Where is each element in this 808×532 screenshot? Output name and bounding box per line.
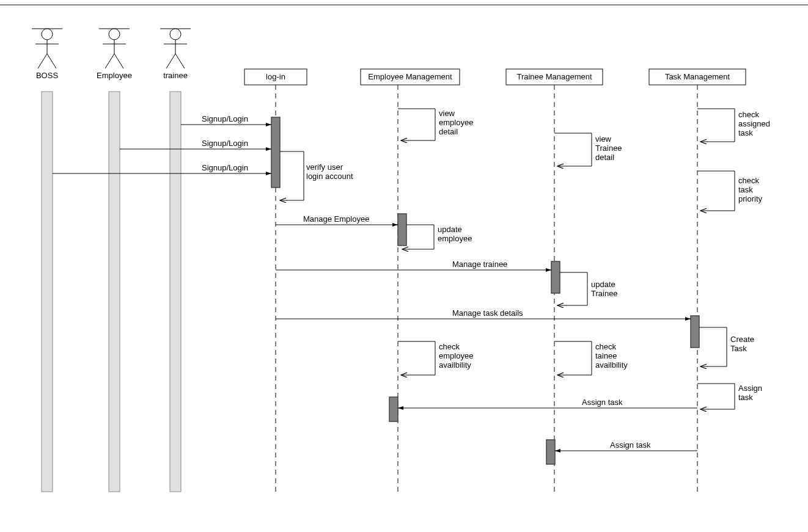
msg-manage-emp-label: Manage Employee — [303, 214, 369, 224]
svg-text:tainee: tainee — [595, 351, 617, 360]
svg-line-5 — [47, 54, 56, 68]
svg-text:assigned: assigned — [738, 119, 770, 128]
msg-signup-trainee-label: Signup/Login — [202, 114, 248, 123]
actor-boss-label: BOSS — [36, 71, 58, 80]
msg-signup-employee-label: Signup/Login — [202, 139, 248, 148]
selfmsg-check-priority — [697, 171, 735, 211]
svg-point-1 — [42, 29, 53, 40]
svg-line-4 — [38, 54, 47, 68]
svg-text:detail: detail — [439, 127, 458, 136]
svg-text:employee: employee — [439, 118, 473, 127]
selfmsg-update-trn — [557, 272, 587, 305]
msg-assign-trn-label: Assign task — [610, 440, 651, 450]
svg-text:task: task — [738, 128, 753, 137]
svg-text:task: task — [738, 393, 753, 402]
svg-point-13 — [170, 29, 181, 40]
svg-text:Create: Create — [730, 335, 754, 344]
activation-trn-mgmt — [551, 261, 560, 293]
lifeline-employee — [109, 92, 120, 492]
object-emp-mgmt-label: Employee Management — [368, 72, 452, 81]
object-trn-mgmt-label: Trainee Management — [516, 72, 592, 81]
msg-manage-trn-label: Manage trainee — [452, 260, 507, 269]
svg-text:detail: detail — [595, 153, 614, 162]
svg-text:Trainee: Trainee — [595, 144, 622, 153]
selfmsg-update-emp — [402, 225, 434, 249]
object-login-label: log-in — [266, 72, 285, 81]
svg-text:task: task — [738, 185, 753, 194]
svg-text:Task: Task — [730, 344, 747, 353]
selfmsg-verify — [280, 151, 304, 200]
actor-employee: Employee — [97, 29, 132, 80]
svg-line-11 — [114, 54, 123, 68]
actor-trainee-label: trainee — [163, 71, 188, 80]
svg-text:Trainee: Trainee — [591, 289, 618, 298]
activation-task-mgmt — [691, 316, 699, 348]
activation-emp-mgmt — [398, 214, 406, 246]
svg-text:check: check — [738, 110, 759, 119]
selfmsg-assign-task — [697, 384, 735, 409]
lifeline-boss — [42, 92, 53, 492]
svg-text:login account: login account — [306, 172, 353, 181]
svg-text:view: view — [595, 134, 612, 144]
svg-line-17 — [175, 54, 185, 68]
svg-line-16 — [166, 54, 175, 68]
msg-signup-boss-label: Signup/Login — [202, 163, 248, 172]
selfmsg-check-emp-avail — [398, 341, 435, 375]
actor-boss: BOSS — [32, 29, 62, 80]
object-task-mgmt-label: Task Management — [665, 72, 730, 81]
svg-text:update: update — [591, 280, 615, 289]
svg-text:check: check — [439, 342, 460, 351]
selfmsg-create-task — [699, 327, 727, 366]
svg-text:verify user: verify user — [306, 162, 343, 172]
svg-text:check: check — [595, 342, 616, 351]
sequence-diagram: BOSS Employee trainee log-in Employee Ma… — [0, 0, 808, 532]
svg-text:availbility: availbility — [595, 360, 628, 370]
svg-point-7 — [109, 29, 120, 40]
svg-text:check: check — [738, 176, 759, 185]
activation-login — [271, 117, 280, 188]
selfmsg-view-trn — [554, 133, 592, 166]
svg-text:employee: employee — [439, 351, 473, 360]
svg-line-10 — [105, 54, 114, 68]
svg-text:employee: employee — [438, 234, 472, 243]
svg-text:view: view — [439, 109, 455, 118]
msg-manage-task-label: Manage task details — [452, 308, 523, 318]
selfmsg-check-assigned — [697, 109, 735, 142]
activation-trn-assign — [546, 440, 555, 464]
svg-text:Assign: Assign — [738, 384, 762, 393]
lifeline-trainee — [170, 92, 181, 492]
svg-text:update: update — [438, 225, 462, 234]
svg-text:priority: priority — [738, 194, 763, 203]
svg-text:availbility: availbility — [439, 360, 471, 370]
selfmsg-view-emp — [398, 109, 435, 140]
msg-assign-emp-label: Assign task — [582, 398, 623, 407]
activation-emp-assign — [389, 397, 398, 421]
selfmsg-check-trn-avail — [554, 341, 592, 375]
actor-trainee: trainee — [160, 29, 191, 80]
actor-employee-label: Employee — [97, 71, 132, 80]
